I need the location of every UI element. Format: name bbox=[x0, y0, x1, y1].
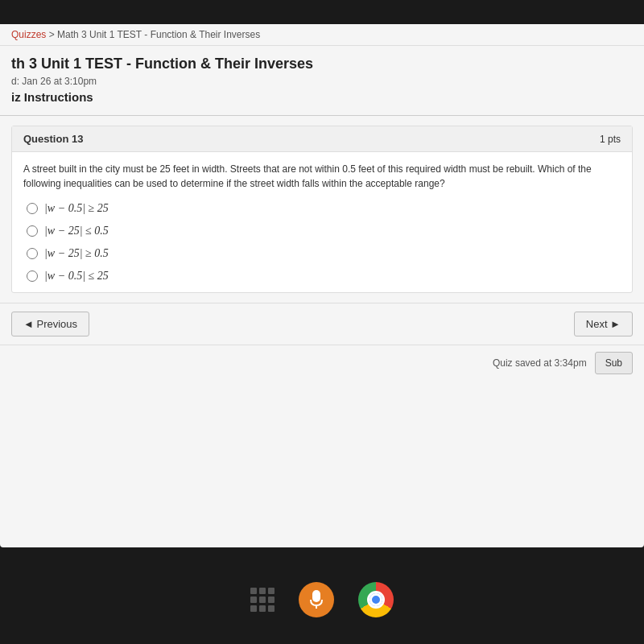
due-date: d: Jan 26 at 3:10pm bbox=[11, 76, 633, 87]
list-item[interactable]: |w − 0.5| ≤ 25 bbox=[27, 270, 617, 283]
breadcrumb: Quizzes > Math 3 Unit 1 TEST - Function … bbox=[0, 24, 644, 46]
question-text: A street built in the city must be 25 fe… bbox=[23, 162, 621, 191]
taskbar-dots-icon bbox=[250, 588, 275, 612]
header-divider bbox=[0, 115, 644, 116]
next-button[interactable]: Next ► bbox=[574, 312, 633, 336]
answer-options: |w − 0.5| ≥ 25 |w − 25| ≤ 0.5 |w − 25| ≥… bbox=[23, 202, 621, 283]
list-item[interactable]: |w − 25| ≤ 0.5 bbox=[27, 225, 617, 237]
radio-opt3[interactable] bbox=[27, 248, 38, 259]
navigation-bar: ◄ Previous Next ► bbox=[0, 303, 644, 345]
option-label-4[interactable]: |w − 0.5| ≤ 25 bbox=[44, 270, 109, 283]
question-header: Question 13 1 pts bbox=[12, 126, 632, 152]
chrome-icon[interactable] bbox=[358, 582, 394, 617]
svg-rect-0 bbox=[312, 590, 320, 602]
main-screen: Quizzes > Math 3 Unit 1 TEST - Function … bbox=[0, 24, 644, 547]
previous-button[interactable]: ◄ Previous bbox=[11, 312, 89, 336]
question-number: Question 13 bbox=[23, 133, 83, 145]
header-section: th 3 Unit 1 TEST - Function & Their Inve… bbox=[0, 46, 644, 115]
question-body: A street built in the city must be 25 fe… bbox=[12, 152, 632, 292]
option-label-3[interactable]: |w − 25| ≥ 0.5 bbox=[44, 247, 109, 260]
breadcrumb-current: Math 3 Unit 1 TEST - Function & Their In… bbox=[57, 29, 260, 40]
list-item[interactable]: |w − 0.5| ≥ 25 bbox=[27, 202, 617, 215]
question-points: 1 pts bbox=[600, 134, 621, 145]
bottom-bar: Quiz saved at 3:34pm Sub bbox=[0, 345, 644, 381]
page-title: th 3 Unit 1 TEST - Function & Their Inve… bbox=[11, 56, 633, 72]
quiz-saved-text: Quiz saved at 3:34pm bbox=[493, 357, 587, 369]
taskbar bbox=[0, 555, 644, 644]
radio-opt1[interactable] bbox=[27, 203, 38, 214]
microphone-icon[interactable] bbox=[299, 582, 334, 617]
option-label-2[interactable]: |w − 25| ≤ 0.5 bbox=[44, 225, 109, 237]
breadcrumb-parent-link[interactable]: Quizzes bbox=[11, 29, 46, 40]
question-container: Question 13 1 pts A street built in the … bbox=[11, 126, 633, 293]
quiz-instructions-label: iz Instructions bbox=[11, 90, 633, 104]
list-item[interactable]: |w − 25| ≥ 0.5 bbox=[27, 247, 617, 260]
breadcrumb-separator: > bbox=[49, 29, 57, 40]
option-label-1[interactable]: |w − 0.5| ≥ 25 bbox=[44, 202, 109, 215]
radio-opt4[interactable] bbox=[27, 270, 38, 282]
radio-opt2[interactable] bbox=[27, 225, 38, 237]
submit-button[interactable]: Sub bbox=[595, 352, 633, 374]
